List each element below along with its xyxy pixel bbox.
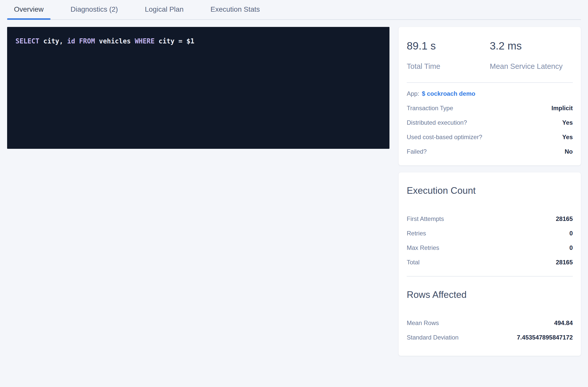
mean-rows-label: Mean Rows — [407, 319, 439, 327]
standard-deviation-label: Standard Deviation — [407, 334, 459, 341]
total-label: Total — [407, 259, 420, 266]
standard-deviation-value: 7.453547895847172 — [517, 334, 573, 341]
sql-query-text: SELECT city, id FROM vehicles WHERE city… — [15, 37, 381, 46]
max-retries-row: Max Retries 0 — [407, 240, 573, 255]
statistics-card: Execution Count First Attempts 28165 Ret… — [399, 172, 581, 356]
total-time-label: Total Time — [407, 62, 490, 71]
sql-token-keyword: WHERE — [135, 37, 159, 45]
app-link[interactable]: $ cockroach demo — [422, 90, 475, 97]
statement-details-page: Overview Diagnostics (2) Logical Plan Ex… — [0, 0, 588, 370]
mean-service-latency-value: 3.2 ms — [490, 40, 573, 52]
sql-token-keyword: FROM — [79, 37, 99, 45]
distributed-execution-label: Distributed execution? — [407, 119, 467, 126]
metrics-row: 89.1 s Total Time 3.2 ms Mean Service La… — [407, 27, 573, 71]
sql-token-identifier: vehicles — [99, 37, 135, 45]
summary-card: 89.1 s Total Time 3.2 ms Mean Service La… — [399, 27, 581, 165]
app-row-content: App:$ cockroach demo — [407, 90, 475, 97]
retries-row: Retries 0 — [407, 226, 573, 240]
tab-bar: Overview Diagnostics (2) Logical Plan Ex… — [7, 0, 581, 20]
standard-deviation-row: Standard Deviation 7.453547895847172 — [407, 330, 573, 345]
details-sidebar: 89.1 s Total Time 3.2 ms Mean Service La… — [399, 27, 581, 363]
max-retries-label: Max Retries — [407, 244, 439, 251]
rows-affected-heading: Rows Affected — [407, 277, 573, 300]
mean-rows-row: Mean Rows 494.84 — [407, 316, 573, 330]
tab-logical-plan[interactable]: Logical Plan — [138, 0, 190, 19]
app-label: App: — [407, 90, 419, 97]
sql-query-box: SELECT city, id FROM vehicles WHERE city… — [7, 27, 389, 149]
query-column: SELECT city, id FROM vehicles WHERE city… — [7, 27, 389, 149]
failed-label: Failed? — [407, 148, 427, 155]
cost-based-optimizer-label: Used cost-based optimizer? — [407, 134, 482, 141]
first-attempts-row: First Attempts 28165 — [407, 212, 573, 226]
distributed-execution-row: Distributed execution? Yes — [407, 115, 573, 130]
max-retries-value: 0 — [569, 244, 573, 251]
execution-count-rows: First Attempts 28165 Retries 0 Max Retri… — [407, 212, 573, 276]
mean-service-latency-label: Mean Service Latency — [490, 62, 573, 71]
sql-token-identifier: city, — [43, 37, 67, 45]
cost-based-optimizer-value: Yes — [562, 134, 573, 141]
total-time-value: 89.1 s — [407, 40, 490, 52]
total-value: 28165 — [556, 259, 573, 266]
retries-value: 0 — [569, 230, 573, 237]
rows-affected-rows: Mean Rows 494.84 Standard Deviation 7.45… — [407, 316, 573, 356]
distributed-execution-value: Yes — [562, 119, 573, 126]
app-row: App:$ cockroach demo — [407, 86, 573, 101]
sql-token-identifier: city = $1 — [159, 37, 194, 45]
tab-overview[interactable]: Overview — [7, 0, 51, 19]
first-attempts-value: 28165 — [556, 215, 573, 222]
metric-mean-service-latency: 3.2 ms Mean Service Latency — [490, 40, 573, 71]
tab-diagnostics[interactable]: Diagnostics (2) — [64, 0, 125, 19]
cost-based-optimizer-row: Used cost-based optimizer? Yes — [407, 130, 573, 144]
metric-total-time: 89.1 s Total Time — [407, 40, 490, 71]
total-row: Total 28165 — [407, 255, 573, 269]
sql-token-keyword: SELECT — [15, 37, 43, 45]
transaction-type-label: Transaction Type — [407, 105, 453, 112]
transaction-type-value: Implicit — [551, 105, 573, 112]
retries-label: Retries — [407, 230, 426, 237]
execution-count-heading: Execution Count — [407, 172, 573, 196]
main-content: SELECT city, id FROM vehicles WHERE city… — [0, 20, 588, 370]
failed-row: Failed? No — [407, 144, 573, 159]
transaction-type-row: Transaction Type Implicit — [407, 101, 573, 115]
mean-rows-value: 494.84 — [554, 319, 573, 327]
tab-execution-stats[interactable]: Execution Stats — [204, 0, 267, 19]
first-attempts-label: First Attempts — [407, 215, 444, 222]
sql-token-keyword: id — [67, 37, 79, 45]
failed-value: No — [565, 148, 573, 155]
summary-detail-rows: App:$ cockroach demo Transaction Type Im… — [407, 83, 573, 165]
